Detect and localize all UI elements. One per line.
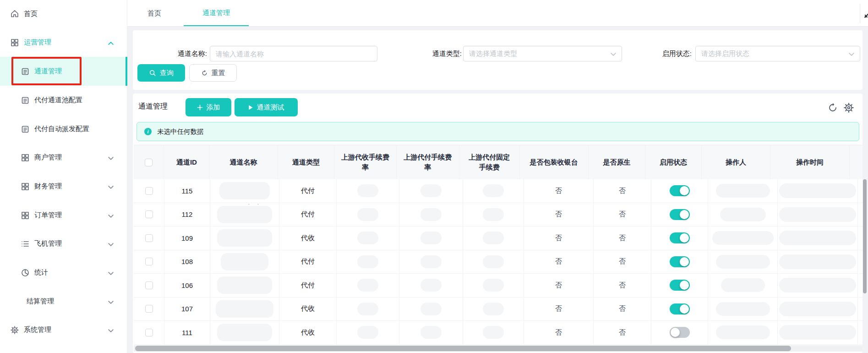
row-checkbox[interactable] xyxy=(145,234,153,242)
row-checkbox[interactable] xyxy=(145,258,153,265)
redacted-fee xyxy=(357,232,378,244)
redacted-operate-time xyxy=(779,278,856,292)
cell-wrapped-cashier: 否 xyxy=(524,203,594,226)
sidebar-item-label: 订单管理 xyxy=(34,211,62,220)
vertical-scrollbar-thumb[interactable] xyxy=(863,179,867,293)
section-title: 通道管理 xyxy=(138,102,168,111)
sidebar-item-merchant-mgmt[interactable]: 商户管理 xyxy=(0,143,127,172)
redacted-operator xyxy=(720,208,766,221)
table-row: 115 代付 否 否 xyxy=(134,179,863,203)
sidebar-item-settlement-mgmt[interactable]: 结算管理 xyxy=(0,287,127,316)
horizontal-scrollbar-thumb[interactable] xyxy=(135,346,791,351)
cell-native: 否 xyxy=(594,321,651,344)
sidebar-item-channel-mgmt[interactable]: 通道管理 xyxy=(0,57,127,86)
cell-native: 否 xyxy=(594,250,651,274)
enable-toggle-on[interactable] xyxy=(670,232,690,243)
redacted-channel-name xyxy=(217,276,272,294)
search-button[interactable]: 查询 xyxy=(137,64,185,82)
grid-icon xyxy=(21,182,30,191)
filter-label-channel-type: 通道类型: xyxy=(411,46,462,61)
channel-test-button[interactable]: 通道测试 xyxy=(235,98,298,116)
filter-label-enable-status: 启用状态: xyxy=(644,46,692,61)
reset-icon xyxy=(201,70,208,77)
redacted-fee xyxy=(357,184,378,197)
sidebar-item-label: 代付自动派发配置 xyxy=(34,125,89,133)
col-header-payout-fee-rate: 上游代付手续费率 xyxy=(397,145,459,179)
tab-channel-mgmt-active[interactable]: 通道管理 xyxy=(184,0,249,26)
sidebar-item-label: 财务管理 xyxy=(34,182,62,191)
cell-channel-id: 108 xyxy=(164,250,210,274)
select-placeholder: 请选择通道类型 xyxy=(469,50,517,58)
add-button[interactable]: 添加 xyxy=(186,98,231,116)
select-all-checkbox[interactable] xyxy=(145,159,153,166)
col-header-channel-type: 通道类型 xyxy=(278,145,335,179)
sidebar-item-payout-auto-dispatch[interactable]: 代付自动派发配置 xyxy=(0,115,127,143)
chevron-down-icon xyxy=(611,50,616,58)
cell-channel-type: 代付 xyxy=(279,179,337,203)
redacted-operator xyxy=(716,302,770,316)
sidebar-item-finance-mgmt[interactable]: 财务管理 xyxy=(0,172,127,201)
redacted-operate-time xyxy=(779,325,856,340)
redacted-fee xyxy=(420,279,442,292)
chevron-down-icon xyxy=(108,240,114,248)
settings-gear-icon[interactable] xyxy=(843,102,854,113)
redacted-channel-name xyxy=(219,182,270,199)
row-checkbox[interactable] xyxy=(145,210,153,218)
info-icon: i xyxy=(144,128,152,135)
sidebar-item-label: 统计 xyxy=(34,268,48,277)
table-row: 106 代付 否 否 xyxy=(134,274,863,298)
cell-wrapped-cashier: 否 xyxy=(524,250,594,274)
row-checkbox[interactable] xyxy=(145,329,153,336)
col-header-channel-name: 通道名称 xyxy=(209,145,278,179)
redacted-channel-name xyxy=(217,206,272,223)
col-header-native: 是否原生 xyxy=(589,145,646,179)
sidebar-item-payout-pool-config[interactable]: 代付通道池配置 xyxy=(0,86,127,115)
enable-toggle-on[interactable] xyxy=(670,256,690,267)
sidebar-item-label: 首页 xyxy=(24,10,38,18)
row-checkbox[interactable] xyxy=(145,305,153,313)
sidebar-item-operation-mgmt[interactable]: 运营管理 xyxy=(0,28,127,57)
table-row: 107 代收 否 否 xyxy=(134,298,863,321)
sidebar-item-label: 运营管理 xyxy=(24,38,51,47)
horizontal-scrollbar-track[interactable] xyxy=(134,345,863,352)
redacted-operate-time xyxy=(779,231,856,245)
row-checkbox[interactable] xyxy=(145,187,153,195)
enable-toggle-on[interactable] xyxy=(670,185,690,196)
enable-toggle-off[interactable] xyxy=(670,327,690,338)
sidebar-item-label: 结算管理 xyxy=(27,297,54,306)
redacted-channel-name xyxy=(217,324,272,341)
enable-toggle-on[interactable] xyxy=(670,280,690,291)
expand-icon[interactable] xyxy=(864,8,868,19)
cell-channel-id: 115 xyxy=(164,179,210,203)
channel-name-input[interactable] xyxy=(210,46,377,61)
enable-toggle-on[interactable] xyxy=(670,303,690,314)
tab-home[interactable]: 首页 xyxy=(145,0,164,27)
cell-channel-id: 111 xyxy=(164,321,210,344)
sidebar-item-telegram-mgmt[interactable]: 飞机管理 xyxy=(0,229,127,258)
col-header-payout-fixed-fee: 上游代付固定手续费 xyxy=(459,145,519,179)
redacted-channel-name xyxy=(221,253,268,270)
redacted-channel-name xyxy=(216,300,273,318)
redacted-fee xyxy=(357,255,378,268)
cell-channel-type: 代付 xyxy=(279,250,337,274)
sidebar-item-order-mgmt[interactable]: 订单管理 xyxy=(0,201,127,230)
doc-icon xyxy=(21,67,30,76)
redacted-operator xyxy=(716,184,770,198)
reset-button[interactable]: 重置 xyxy=(189,64,237,82)
row-checkbox[interactable] xyxy=(145,281,153,289)
cell-wrapped-cashier: 否 xyxy=(524,274,594,297)
cell-channel-type: 代付 xyxy=(279,203,337,226)
refresh-icon[interactable] xyxy=(827,102,838,113)
table-row: 108 代付 否 否 xyxy=(134,250,863,274)
grid-icon xyxy=(21,211,30,220)
enable-toggle-on[interactable] xyxy=(670,209,690,220)
cell-channel-id: 107 xyxy=(164,298,210,321)
cell-channel-type: 代收 xyxy=(279,226,337,250)
sidebar-item-system-mgmt[interactable]: 系统管理 xyxy=(0,315,127,344)
doc-icon xyxy=(21,96,30,105)
enable-status-select[interactable]: 请选择启用状态 xyxy=(695,46,860,61)
redacted-fee xyxy=(420,255,442,268)
sidebar-item-home[interactable]: 首页 xyxy=(0,4,127,24)
sidebar-item-statistics[interactable]: 统计 xyxy=(0,258,127,287)
channel-type-select[interactable]: 请选择通道类型 xyxy=(463,46,622,61)
